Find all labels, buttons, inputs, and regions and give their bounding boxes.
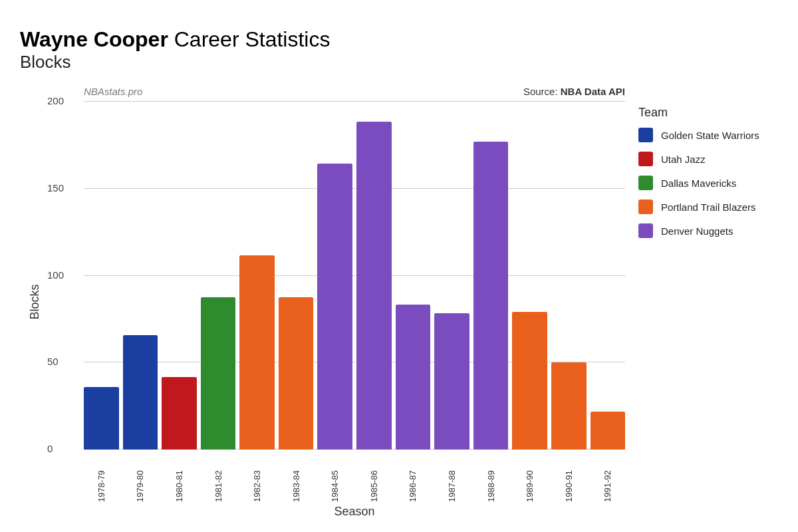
x-label-text: 1981-82	[213, 452, 223, 502]
grid-tick-label: 150	[47, 182, 64, 194]
x-label-text: 1982-83	[252, 452, 262, 502]
bar-wrapper	[84, 101, 119, 450]
legend-item: Utah Jazz	[638, 152, 778, 166]
bar-wrapper	[279, 101, 314, 450]
bar	[396, 305, 431, 450]
x-label-item: 1990-91	[551, 452, 587, 502]
chart-main: NBAstats.pro Source: NBA Data API 200150…	[44, 86, 625, 519]
bar	[123, 335, 158, 450]
bar	[551, 362, 587, 450]
title-bold: Wayne Cooper	[20, 27, 168, 51]
bar	[279, 297, 314, 450]
title-block: Wayne Cooper Career Statistics Blocks	[20, 27, 778, 72]
x-label-text: 1990-91	[564, 452, 574, 502]
x-label-item: 1982-83	[239, 452, 275, 502]
bar	[162, 377, 197, 450]
x-label-text: 1987-88	[447, 452, 457, 502]
x-label-item: 1978-79	[84, 452, 119, 502]
grid-and-bars: 200150100500	[44, 101, 625, 450]
chart-and-legend: NBAstats.pro Source: NBA Data API 200150…	[44, 86, 778, 519]
bar	[317, 164, 352, 450]
legend-item: Denver Nuggets	[638, 223, 778, 238]
legend-label: Denver Nuggets	[661, 225, 733, 237]
x-label-text: 1989-90	[525, 452, 535, 502]
bar-wrapper	[239, 101, 275, 450]
legend: Team Golden State WarriorsUtah JazzDalla…	[625, 86, 778, 519]
bar-wrapper	[591, 101, 626, 450]
legend-title: Team	[638, 106, 778, 120]
bar	[591, 412, 626, 450]
bar-wrapper	[162, 101, 197, 450]
bar-wrapper	[123, 101, 158, 450]
legend-label: Golden State Warriors	[661, 130, 759, 141]
bar-wrapper	[201, 101, 236, 450]
title-line: Wayne Cooper Career Statistics	[20, 27, 778, 52]
x-label-text: 1991-92	[602, 452, 612, 502]
chart-area: Blocks NBAstats.pro Source: NBA Data API…	[20, 86, 778, 519]
legend-color-box	[638, 176, 653, 190]
x-label-text: 1983-84	[291, 452, 301, 502]
legend-color-box	[638, 152, 653, 166]
bar-wrapper	[434, 101, 469, 450]
x-label-item: 1985-86	[356, 452, 392, 502]
x-label-item: 1989-90	[512, 452, 547, 502]
x-label-item: 1981-82	[201, 452, 236, 502]
legend-color-box	[638, 200, 653, 214]
x-label-item: 1983-84	[279, 452, 314, 502]
title-rest: Career Statistics	[168, 27, 331, 51]
watermark-left: NBAstats.pro	[84, 86, 142, 97]
x-label-item: 1979-80	[123, 452, 158, 502]
source-watermark: NBAstats.pro Source: NBA Data API	[44, 86, 625, 97]
bar	[356, 122, 392, 450]
x-label-text: 1988-89	[486, 452, 496, 502]
bar-wrapper	[317, 101, 352, 450]
x-label-text: 1978-79	[96, 452, 106, 502]
legend-label: Portland Trail Blazers	[661, 201, 756, 213]
x-label-text: 1985-86	[369, 452, 379, 502]
x-label-text: 1984-85	[330, 452, 340, 502]
x-label-item: 1988-89	[473, 452, 509, 502]
watermark-prefix: Source:	[523, 86, 561, 97]
bar-wrapper	[551, 101, 587, 450]
x-label-text: 1979-80	[135, 452, 145, 502]
x-label-item: 1991-92	[591, 452, 626, 502]
grid-tick-label: 50	[47, 356, 59, 367]
legend-color-box	[638, 128, 653, 142]
subtitle: Blocks	[20, 52, 778, 72]
legend-item: Portland Trail Blazers	[638, 200, 778, 214]
legend-item: Golden State Warriors	[638, 128, 778, 142]
bar	[201, 297, 236, 450]
bar-wrapper	[473, 101, 509, 450]
x-label-text: 1980-81	[174, 452, 184, 502]
bar	[512, 312, 547, 450]
x-label-text: 1986-87	[408, 452, 418, 502]
page: Wayne Cooper Career Statistics Blocks Bl…	[0, 0, 798, 532]
watermark-right: Source: NBA Data API	[523, 86, 625, 97]
bars-container	[84, 101, 625, 450]
legend-label: Dallas Mavericks	[661, 178, 736, 189]
x-label-item: 1987-88	[434, 452, 469, 502]
grid-tick-label: 200	[47, 95, 64, 106]
grid-tick-label: 0	[47, 443, 53, 454]
x-labels: 1978-791979-801980-811981-821982-831983-…	[44, 452, 625, 502]
x-label-item: 1980-81	[162, 452, 197, 502]
y-axis-label: Blocks	[20, 86, 44, 519]
bar-wrapper	[356, 101, 392, 450]
bar	[434, 313, 469, 450]
bar-wrapper	[396, 101, 431, 450]
legend-label: Utah Jazz	[661, 154, 706, 165]
bar-wrapper	[512, 101, 547, 450]
x-axis-title: Season	[44, 505, 625, 519]
bar	[239, 255, 275, 450]
legend-item: Dallas Mavericks	[638, 176, 778, 190]
x-label-item: 1986-87	[396, 452, 431, 502]
legend-color-box	[638, 223, 653, 238]
bar	[84, 387, 119, 450]
watermark-bold: NBA Data API	[561, 86, 625, 97]
grid-tick-label: 100	[47, 269, 64, 281]
x-label-item: 1984-85	[317, 452, 352, 502]
legend-items: Golden State WarriorsUtah JazzDallas Mav…	[638, 128, 778, 238]
bar	[473, 142, 509, 450]
